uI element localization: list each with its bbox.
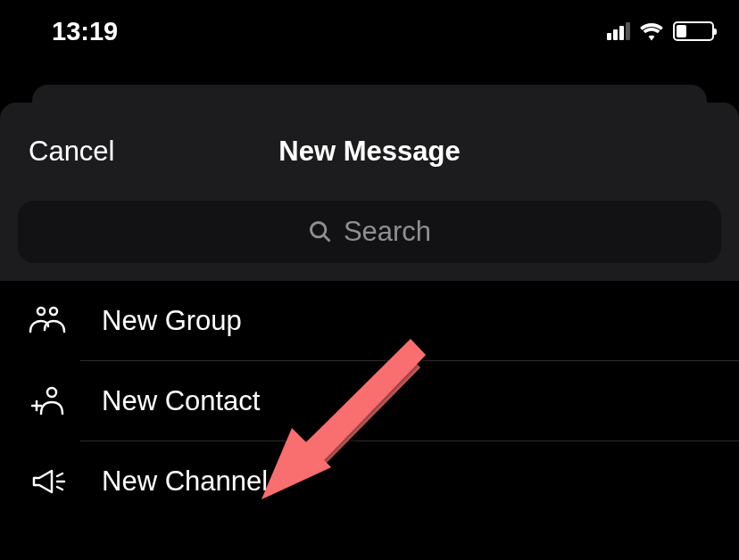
search-input[interactable]: Search: [18, 201, 721, 263]
svg-point-4: [47, 388, 56, 397]
new-group-label: New Group: [102, 305, 242, 337]
wifi-icon: [639, 21, 664, 41]
options-list: New Group New Contact: [0, 281, 739, 522]
svg-point-2: [37, 308, 45, 315]
status-bar: 13:19: [0, 0, 739, 54]
search-placeholder: Search: [344, 216, 431, 248]
cellular-icon: [607, 22, 630, 40]
search-container: Search: [0, 178, 739, 281]
svg-point-3: [50, 308, 57, 315]
status-icons: [607, 21, 714, 41]
new-contact-label: New Contact: [102, 385, 260, 417]
new-contact-item[interactable]: New Contact: [18, 361, 739, 441]
sheet-title: New Message: [278, 136, 460, 168]
new-channel-label: New Channel: [102, 465, 268, 498]
sheet-header: Cancel New Message: [0, 125, 739, 178]
svg-line-1: [323, 235, 329, 242]
status-time: 13:19: [52, 17, 118, 46]
new-group-item[interactable]: New Group: [18, 281, 739, 361]
svg-point-0: [311, 223, 325, 237]
new-message-sheet: Cancel New Message Search New Group: [0, 103, 739, 522]
group-icon: [27, 303, 71, 339]
cancel-button[interactable]: Cancel: [29, 136, 115, 168]
megaphone-icon: [27, 464, 71, 499]
add-contact-icon: [27, 383, 71, 419]
battery-icon: [673, 21, 714, 41]
new-channel-item[interactable]: New Channel: [18, 441, 739, 522]
search-icon: [308, 219, 333, 244]
